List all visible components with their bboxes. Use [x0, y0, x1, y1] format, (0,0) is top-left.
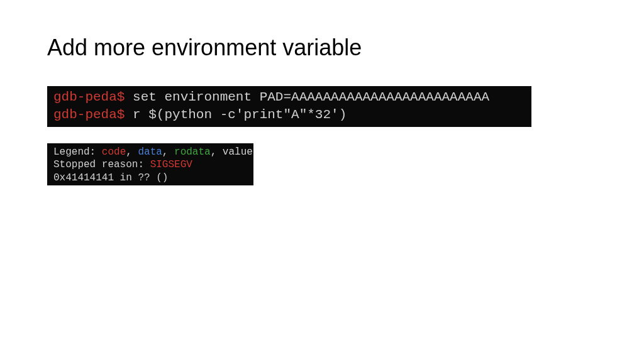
command-text: set environment PAD=AAAAAAAAAAAAAAAAAAAA… — [125, 90, 489, 104]
legend-rodata: rodata — [174, 146, 211, 158]
prompt: gdb-peda$ — [53, 107, 125, 122]
legend-label: Legend: — [53, 146, 96, 158]
legend-value: value — [223, 146, 253, 158]
prompt: gdb-peda$ — [53, 90, 125, 104]
separator: , — [126, 146, 138, 158]
terminal-output-2: Legend: code, data, rodata, value Stoppe… — [47, 143, 253, 185]
terminal-line: Legend: code, data, rodata, value — [53, 146, 247, 159]
terminal-line: gdb-peda$ r $(python -c'print"A"*32') — [53, 106, 525, 124]
stopped-label: Stopped reason: — [53, 159, 150, 170]
command-text: r $(python -c'print"A"*32') — [125, 107, 347, 122]
terminal-line: gdb-peda$ set environment PAD=AAAAAAAAAA… — [53, 89, 525, 106]
legend-data: data — [138, 146, 162, 158]
slide-container: Add more environment variable gdb-peda$ … — [0, 0, 644, 222]
terminal-output-1: gdb-peda$ set environment PAD=AAAAAAAAAA… — [47, 86, 531, 127]
separator: , — [162, 146, 174, 158]
address-line: 0x41414141 in ?? () — [53, 172, 168, 184]
slide-title: Add more environment variable — [47, 35, 597, 61]
terminal-line — [53, 185, 247, 185]
stopped-signal: SIGSEGV — [150, 159, 192, 170]
separator: , — [211, 146, 223, 158]
terminal-line: Stopped reason: SIGSEGV — [53, 158, 247, 172]
legend-code: code — [96, 146, 126, 158]
terminal-line: 0x41414141 in ?? () — [53, 172, 247, 185]
